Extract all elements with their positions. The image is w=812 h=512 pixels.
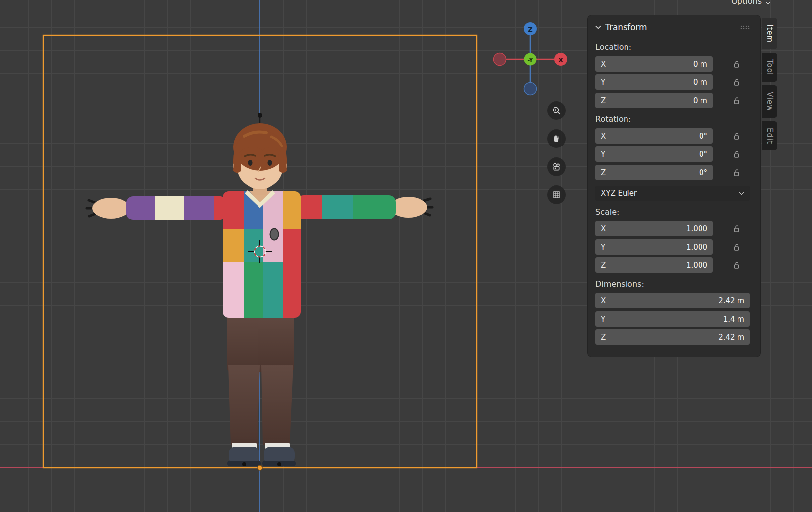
character-legs[interactable] xyxy=(227,313,294,445)
gizmo-x-label: X xyxy=(558,56,563,64)
location-z-field[interactable]: Z 0 m xyxy=(595,93,713,108)
sidebar-tab-strip: Item Tool View Edit xyxy=(762,18,777,150)
gizmo-neg-z-ball[interactable] xyxy=(524,83,537,95)
rotation-mode-value: XYZ Euler xyxy=(601,189,637,198)
scale-z-lock-button[interactable] xyxy=(731,259,742,271)
unlock-icon xyxy=(732,96,741,105)
sidebar-tab-edit[interactable]: Edit xyxy=(762,121,777,150)
rotation-z-row: Z 0° xyxy=(595,165,750,180)
unlock-icon xyxy=(732,243,741,252)
axis-value: 2.42 m xyxy=(718,333,744,342)
blender-window: Options Z X -Y xyxy=(0,0,812,512)
transform-panel: Transform Location: X 0 m Y 0 m Z 0 xyxy=(587,15,761,357)
camera-view-button[interactable] xyxy=(547,157,566,176)
dimensions-y-field[interactable]: Y 1.4 m xyxy=(595,311,750,327)
pendant xyxy=(270,229,279,240)
unlock-icon xyxy=(732,78,741,87)
options-dropdown[interactable]: Options xyxy=(731,0,771,6)
axis-label: Z xyxy=(601,333,606,342)
scale-z-field[interactable]: Z 1.000 xyxy=(595,257,713,273)
dimensions-x-field[interactable]: X 2.42 m xyxy=(595,293,750,308)
axis-label: Y xyxy=(601,78,605,87)
axis-label: Z xyxy=(601,96,606,105)
rotation-x-field[interactable]: X 0° xyxy=(595,128,713,144)
character-head[interactable] xyxy=(233,113,287,195)
unlock-icon xyxy=(732,224,741,233)
magnifier-icon xyxy=(552,106,561,115)
scale-x-row: X 1.000 xyxy=(595,221,750,236)
axis-label: X xyxy=(601,224,606,233)
scale-section-label: Scale: xyxy=(595,207,750,217)
location-z-lock-button[interactable] xyxy=(731,95,742,107)
location-y-lock-button[interactable] xyxy=(731,76,742,88)
rotation-z-lock-button[interactable] xyxy=(731,167,742,179)
character-shoes[interactable] xyxy=(227,443,296,466)
location-y-field[interactable]: Y 0 m xyxy=(595,74,713,90)
scale-y-lock-button[interactable] xyxy=(731,241,742,253)
axis-label: X xyxy=(601,296,606,305)
scale-y-row: Y 1.000 xyxy=(595,239,750,255)
axis-value: 0 m xyxy=(693,60,707,69)
tab-label: Item xyxy=(765,24,774,43)
axis-label: Y xyxy=(601,243,605,252)
dimensions-z-row: Z 2.42 m xyxy=(595,329,750,345)
sidebar-tab-tool[interactable]: Tool xyxy=(762,53,777,82)
unlock-icon xyxy=(732,60,741,69)
axis-label: Y xyxy=(601,315,605,324)
rotation-z-field[interactable]: Z 0° xyxy=(595,165,713,180)
character-sweater[interactable] xyxy=(223,191,301,318)
sidebar-tab-view[interactable]: View xyxy=(762,85,777,118)
axis-value: 1.000 xyxy=(686,224,707,233)
chevron-down-icon xyxy=(765,1,771,5)
tab-label: View xyxy=(765,92,774,111)
grid-ortho-button[interactable] xyxy=(547,185,566,204)
rotation-x-row: X 0° xyxy=(595,128,750,144)
gizmo-z-label: Z xyxy=(528,26,532,33)
unlock-icon xyxy=(732,261,741,270)
viewport-controls xyxy=(547,101,566,204)
rotation-x-lock-button[interactable] xyxy=(731,130,742,142)
rotation-y-field[interactable]: Y 0° xyxy=(595,146,713,162)
tab-label: Edit xyxy=(765,128,774,144)
axis-value: 1.000 xyxy=(686,243,707,252)
location-x-field[interactable]: X 0 m xyxy=(595,56,713,72)
rotation-section-label: Rotation: xyxy=(595,114,750,124)
axis-value: 1.4 m xyxy=(723,315,744,324)
dimensions-section-label: Dimensions: xyxy=(595,279,750,289)
dimensions-y-row: Y 1.4 m xyxy=(595,311,750,327)
axis-value: 0 m xyxy=(693,96,707,105)
hand-icon xyxy=(552,134,561,144)
character-model[interactable] xyxy=(87,113,432,466)
scale-x-field[interactable]: X 1.000 xyxy=(595,221,713,236)
zoom-button[interactable] xyxy=(547,101,566,120)
axis-value: 0° xyxy=(699,168,707,177)
orientation-gizmo[interactable]: Z X -Y xyxy=(491,20,570,99)
axis-value: 1.000 xyxy=(686,261,707,270)
object-origin-point[interactable] xyxy=(258,465,262,470)
dimensions-z-field[interactable]: Z 2.42 m xyxy=(595,329,750,345)
location-x-lock-button[interactable] xyxy=(731,58,742,70)
axis-label: Z xyxy=(601,261,606,270)
scale-x-lock-button[interactable] xyxy=(731,223,742,235)
axis-label: X xyxy=(601,132,606,141)
sidebar-tab-item[interactable]: Item xyxy=(762,18,777,49)
axis-label: Z xyxy=(601,168,606,177)
dimensions-x-row: X 2.42 m xyxy=(595,293,750,308)
panel-title: Transform xyxy=(605,22,647,32)
gizmo-neg-x-ball[interactable] xyxy=(494,53,506,66)
panel-drag-handle-icon[interactable] xyxy=(740,25,750,30)
scale-y-field[interactable]: Y 1.000 xyxy=(595,239,713,255)
axis-label: Y xyxy=(601,150,605,159)
pan-button[interactable] xyxy=(547,129,566,148)
transform-panel-header[interactable]: Transform xyxy=(595,20,750,36)
unlock-icon xyxy=(732,132,741,141)
gizmo-neg-y-label: -Y xyxy=(528,57,534,63)
axis-label: X xyxy=(601,60,606,69)
location-z-row: Z 0 m xyxy=(595,93,750,108)
options-label: Options xyxy=(731,0,762,6)
rotation-y-row: Y 0° xyxy=(595,146,750,162)
unlock-icon xyxy=(732,150,741,159)
rotation-y-lock-button[interactable] xyxy=(731,148,742,160)
rotation-mode-dropdown[interactable]: XYZ Euler xyxy=(595,186,750,201)
axis-value: 2.42 m xyxy=(718,296,744,305)
